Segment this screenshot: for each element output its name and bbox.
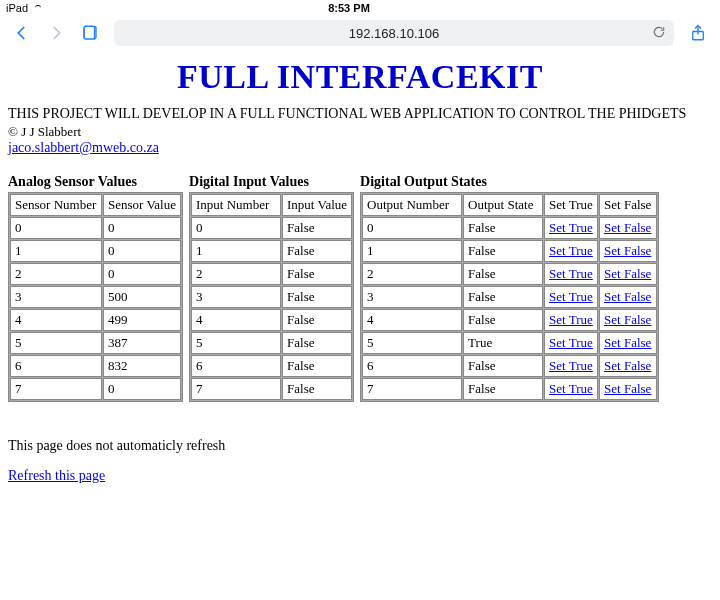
table-row: 10 [10, 240, 181, 262]
table-row: 3500 [10, 286, 181, 308]
table-row: 4499 [10, 309, 181, 331]
email-link[interactable]: jaco.slabbert@mweb.co.za [8, 140, 159, 155]
set-false-link[interactable]: Set False [604, 243, 651, 258]
digital-out-title: Digital Output States [360, 174, 659, 190]
table-header-row: Sensor Number Sensor Value [10, 194, 181, 216]
set-false-link[interactable]: Set False [604, 312, 651, 327]
set-true-link[interactable]: Set True [549, 312, 593, 327]
share-button[interactable] [688, 23, 708, 43]
refresh-link[interactable]: Refresh this page [8, 468, 712, 484]
table-row: 5False [191, 332, 352, 354]
table-row: 5TrueSet TrueSet False [362, 332, 657, 354]
set-false-link[interactable]: Set False [604, 358, 651, 373]
set-true-link[interactable]: Set True [549, 381, 593, 396]
set-false-link[interactable]: Set False [604, 381, 651, 396]
col-output-number: Output Number [362, 194, 462, 216]
set-false-link[interactable]: Set False [604, 335, 651, 350]
set-true-link[interactable]: Set True [549, 335, 593, 350]
set-true-link[interactable]: Set True [549, 220, 593, 235]
clock: 8:53 PM [328, 2, 370, 14]
footer-note: This page does not automaticly refresh [8, 438, 712, 454]
table-row: 4False [191, 309, 352, 331]
table-row: 1FalseSet TrueSet False [362, 240, 657, 262]
col-output-state: Output State [463, 194, 543, 216]
table-row: 4FalseSet TrueSet False [362, 309, 657, 331]
table-row: 6832 [10, 355, 181, 377]
table-header-row: Output Number Output State Set True Set … [362, 194, 657, 216]
back-button[interactable] [12, 23, 32, 43]
table-row: 6FalseSet TrueSet False [362, 355, 657, 377]
digital-in-table: Input Number Input Value 0False 1False 2… [189, 192, 354, 402]
col-set-true: Set True [544, 194, 598, 216]
digital-out-block: Digital Output States Output Number Outp… [360, 174, 659, 402]
set-true-link[interactable]: Set True [549, 289, 593, 304]
reload-icon[interactable] [652, 25, 666, 42]
table-row: 2FalseSet TrueSet False [362, 263, 657, 285]
table-row: 0False [191, 217, 352, 239]
wifi-icon [32, 4, 44, 12]
table-row: 7FalseSet TrueSet False [362, 378, 657, 400]
table-row: 00 [10, 217, 181, 239]
digital-in-block: Digital Input Values Input Number Input … [189, 174, 354, 402]
set-true-link[interactable]: Set True [549, 266, 593, 281]
col-sensor-number: Sensor Number [10, 194, 102, 216]
digital-in-title: Digital Input Values [189, 174, 354, 190]
col-input-number: Input Number [191, 194, 281, 216]
table-row: 70 [10, 378, 181, 400]
table-row: 20 [10, 263, 181, 285]
table-row: 7False [191, 378, 352, 400]
status-bar: iPad 8:53 PM [0, 0, 720, 16]
page-content: FULL INTERFACEKIT THIS PROJECT WILL DEVE… [0, 52, 720, 492]
digital-out-table: Output Number Output State Set True Set … [360, 192, 659, 402]
browser-toolbar: 192.168.10.106 [0, 16, 720, 52]
col-set-false: Set False [599, 194, 657, 216]
set-true-link[interactable]: Set True [549, 243, 593, 258]
table-row: 3False [191, 286, 352, 308]
table-header-row: Input Number Input Value [191, 194, 352, 216]
table-row: 2False [191, 263, 352, 285]
table-row: 6False [191, 355, 352, 377]
analog-table: Sensor Number Sensor Value 00 10 20 3500… [8, 192, 183, 402]
set-false-link[interactable]: Set False [604, 266, 651, 281]
table-row: 3FalseSet TrueSet False [362, 286, 657, 308]
bookmarks-button[interactable] [80, 23, 100, 43]
copyright: © J J Slabbert [8, 124, 712, 140]
col-input-value: Input Value [282, 194, 352, 216]
forward-button[interactable] [46, 23, 66, 43]
table-row: 5387 [10, 332, 181, 354]
url-bar[interactable]: 192.168.10.106 [114, 20, 674, 46]
col-sensor-value: Sensor Value [103, 194, 181, 216]
table-row: 0FalseSet TrueSet False [362, 217, 657, 239]
analog-block: Analog Sensor Values Sensor Number Senso… [8, 174, 183, 402]
set-true-link[interactable]: Set True [549, 358, 593, 373]
url-text: 192.168.10.106 [349, 26, 439, 41]
set-false-link[interactable]: Set False [604, 289, 651, 304]
device-label: iPad [6, 2, 28, 14]
page-title: FULL INTERFACEKIT [8, 58, 712, 96]
project-description: THIS PROJECT WILL DEVELOP IN A FULL FUNC… [8, 106, 712, 122]
table-row: 1False [191, 240, 352, 262]
set-false-link[interactable]: Set False [604, 220, 651, 235]
analog-title: Analog Sensor Values [8, 174, 183, 190]
